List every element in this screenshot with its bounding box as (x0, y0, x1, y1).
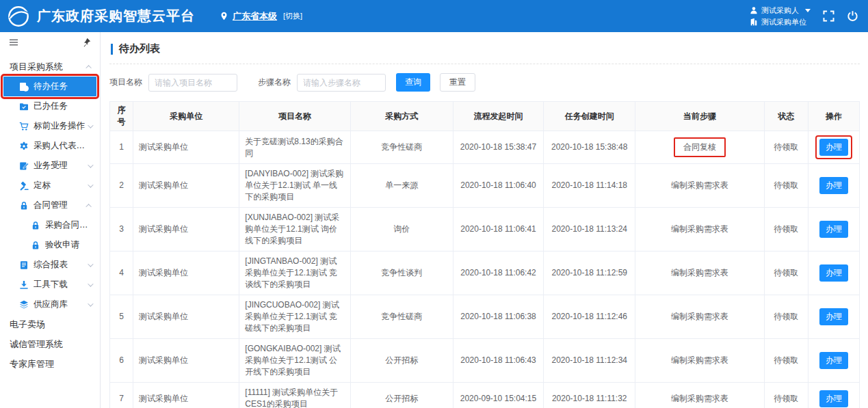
sidebar-item-comprehensive-reports[interactable]: 综合报表 (0, 255, 100, 275)
cell-project-name: [JINGTANBAO-002] 测试采购单位关于12.1测试 竞谈线下的采购项… (239, 251, 350, 295)
chevron-down-icon (88, 182, 93, 187)
page-title: 待办列表 (119, 42, 160, 55)
step-name-label: 步骤名称 (258, 77, 291, 88)
handle-button[interactable]: 办理 (819, 177, 848, 194)
user-info-block: 测试采购人 测试采购单位 (750, 5, 811, 28)
sidebar-item-procurement-contract-list[interactable]: 采购合同列表 (0, 215, 100, 235)
cell-task-create-time: 2020-10-18 11:12:59 (544, 251, 635, 295)
sidebar-item-project-procurement-system[interactable]: 项目采购系统 (0, 57, 100, 77)
reset-button[interactable]: 重置 (440, 73, 475, 92)
lock-icon (19, 201, 29, 210)
cell-process-start-time: 2020-10-18 11:06:43 (453, 339, 543, 383)
hamburger-menu-icon[interactable] (9, 38, 18, 47)
sidebar-item-expert-library-management[interactable]: 专家库管理 (0, 354, 100, 374)
cell-status: 待领取 (764, 208, 808, 251)
current-step-text: 编制采购需求表 (670, 179, 730, 192)
user-icon (750, 6, 758, 14)
sidebar-item-business-acceptance[interactable]: 业务受理 (0, 156, 100, 176)
handle-button[interactable]: 办理 (819, 352, 848, 369)
sidebar-item-acceptance-application[interactable]: 验收申请 (0, 235, 100, 255)
app-window: 广东政府采购智慧云平台 广东省本级 [切换] 测试采购人 (0, 0, 868, 408)
region-selector: 广东省本级 [切换] (220, 10, 302, 23)
cell-procurement-unit: 测试采购单位 (133, 208, 239, 251)
project-name-input[interactable] (148, 74, 237, 92)
header-right-controls: 测试采购人 测试采购单位 (750, 5, 858, 28)
column-header: 序号 (110, 102, 133, 131)
fullscreen-icon[interactable] (823, 10, 834, 22)
cell-procurement-unit: 测试采购单位 (133, 131, 239, 164)
cell-procurement-unit: 测试采购单位 (133, 339, 239, 383)
cell-project-name: [JINGCUOBAO-002] 测试采购单位关于12.1测试 竞磋线下的采购项… (239, 295, 350, 339)
cell-action: 办理 (808, 339, 859, 383)
handle-button[interactable]: 办理 (819, 221, 848, 238)
chevron-down-icon (88, 162, 93, 167)
sidebar-item-contract-management[interactable]: 合同管理 (0, 195, 100, 215)
action-wrap: 办理 (819, 352, 848, 369)
sidebar-item-electronic-marketplace[interactable]: 电子卖场 (0, 314, 100, 334)
cell-project-name: 关于竞磋测试8.13的采购合同 (239, 131, 350, 164)
cell-status: 待领取 (764, 251, 808, 295)
sidebar-item-tool-download[interactable]: 工具下载 (0, 275, 100, 295)
sidebar-item-todo-tasks[interactable]: 待办任务 (3, 77, 96, 96)
cell-index: 3 (110, 208, 133, 251)
action-wrap: 办理 (815, 135, 852, 159)
sidebar-item-supplier-library[interactable]: 供应商库 (0, 295, 100, 314)
chevron-down-icon (88, 301, 93, 306)
pin-icon[interactable] (81, 38, 91, 47)
table-body: 1 测试采购单位 关于竞磋测试8.13的采购合同 竞争性磋商 2020-10-1… (110, 131, 860, 408)
sidebar-item-integrity-management-system[interactable]: 诚信管理系统 (0, 334, 100, 354)
cell-status: 待领取 (764, 131, 808, 164)
logout-power-icon[interactable] (847, 10, 858, 22)
sidebar-item-purchaser-representative-authorization[interactable]: 采购人代表授权 (0, 136, 100, 156)
current-step-text: 编制采购需求表 (670, 223, 730, 236)
chevron-down-icon (88, 122, 93, 128)
title-accent-bar (111, 44, 113, 55)
action-wrap: 办理 (819, 221, 848, 238)
handle-button[interactable]: 办理 (819, 264, 848, 282)
step-name-input[interactable] (297, 74, 386, 92)
cell-procurement-unit: 测试采购单位 (133, 251, 239, 295)
user-menu[interactable]: 测试采购人 (750, 5, 811, 16)
region-switch-link[interactable]: [切换] (283, 11, 302, 21)
chevron-down-icon (88, 281, 93, 286)
table-row: 7 测试采购单位 [11111] 测试采购单位关于CES1的采购项目 公开招标 … (110, 383, 860, 408)
cell-process-start-time: 2020-10-18 11:06:41 (453, 208, 543, 251)
current-step-text: 编制采购需求表 (670, 267, 730, 280)
cell-procurement-method: 竞争性磋商 (350, 131, 453, 164)
cell-action: 办理 (808, 251, 859, 295)
cell-action: 办理 (808, 295, 859, 339)
gear-icon (19, 141, 29, 151)
cell-index: 4 (110, 251, 133, 295)
cell-current-step: 编制采购需求表 (635, 295, 764, 339)
table-row: 6 测试采购单位 [GONGKAIBAO-002] 测试采购单位关于12.1测试… (110, 339, 860, 383)
sidebar-item-done-tasks[interactable]: 已办任务 (0, 96, 100, 116)
cell-procurement-unit: 测试采购单位 (133, 164, 239, 208)
sidebar-item-pre-bid-operations[interactable]: 标前业务操作 (0, 116, 100, 136)
column-header: 操作 (808, 102, 859, 131)
query-button[interactable]: 查询 (396, 73, 430, 92)
column-header: 项目名称 (239, 102, 350, 131)
column-header: 任务创建时间 (544, 102, 635, 131)
cell-task-create-time: 2020-10-18 11:13:24 (544, 208, 635, 251)
cell-process-start-time: 2020-10-18 11:06:38 (453, 295, 543, 339)
table-row: 4 测试采购单位 [JINGTANBAO-002] 测试采购单位关于12.1测试… (110, 251, 860, 295)
region-name[interactable]: 广东省本级 (233, 10, 277, 23)
action-wrap: 办理 (819, 390, 848, 407)
table-header-row: 序号采购单位项目名称采购方式流程发起时间任务创建时间当前步骤状态操作 (110, 102, 860, 131)
platform-logo-icon (7, 5, 30, 28)
handle-button[interactable]: 办理 (819, 390, 848, 407)
user-name: 测试采购人 (761, 5, 799, 16)
column-header: 流程发起时间 (453, 102, 543, 131)
table-row: 2 测试采购单位 [DANYIBAO-002] 测试采购单位关于12.1测试 单… (110, 164, 860, 208)
user-organization: 测试采购单位 (761, 16, 806, 28)
column-header: 状态 (764, 102, 808, 131)
column-header: 采购方式 (350, 102, 453, 131)
chevron-down-icon (805, 9, 811, 12)
cell-status: 待领取 (764, 295, 808, 339)
action-wrap: 办理 (819, 177, 848, 194)
handle-button[interactable]: 办理 (819, 308, 848, 325)
handle-button[interactable]: 办理 (819, 139, 848, 156)
page-title-row: 待办列表 (109, 40, 860, 64)
sidebar-item-award[interactable]: 定标 (0, 176, 100, 195)
cell-project-name: [DANYIBAO-002] 测试采购单位关于12.1测试 单一线下的采购项目 (239, 164, 350, 208)
